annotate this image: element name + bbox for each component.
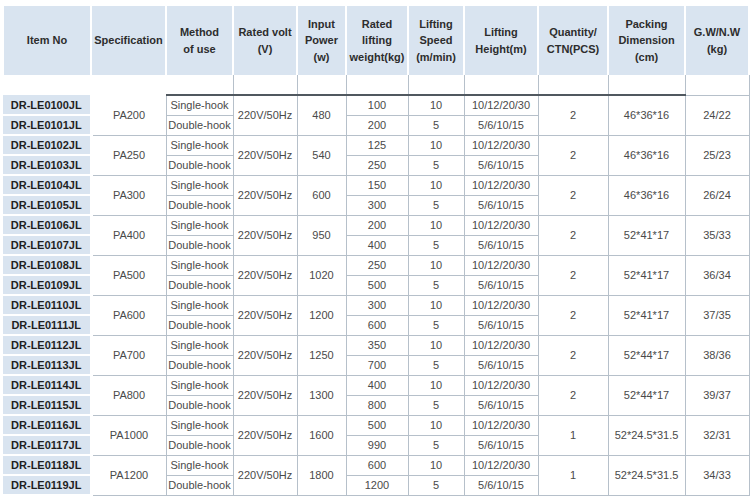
col-header-specification: Specification bbox=[91, 5, 166, 75]
item-no-cell: DR-LE0103JL bbox=[3, 155, 91, 175]
lifting-height-cell: 5/6/10/15 bbox=[464, 195, 538, 215]
rated-volt-cell: 220V/50Hz bbox=[233, 215, 297, 255]
lifting-height-cell: 10/12/20/30 bbox=[464, 455, 538, 475]
col-header-method-of-use: Method of use bbox=[166, 5, 233, 75]
packing-dimension-cell: 46*36*16 bbox=[608, 175, 685, 215]
lifting-speed-cell: 5 bbox=[408, 235, 464, 255]
lifting-weight-cell: 600 bbox=[346, 455, 408, 475]
packing-dimension-cell: 52*41*17 bbox=[608, 255, 685, 295]
item-no-cell: DR-LE0107JL bbox=[3, 235, 91, 255]
lifting-height-cell: 5/6/10/15 bbox=[464, 355, 538, 375]
lifting-speed-cell: 10 bbox=[408, 415, 464, 435]
quantity-ctn-cell: 2 bbox=[538, 255, 608, 295]
quantity-ctn-cell: 2 bbox=[538, 335, 608, 375]
lifting-speed-cell: 5 bbox=[408, 395, 464, 415]
method-of-use-cell: Double-hook bbox=[166, 355, 233, 375]
item-no-cell: DR-LE0118JL bbox=[3, 455, 91, 475]
method-of-use-cell: Double-hook bbox=[166, 395, 233, 415]
method-of-use-cell: Double-hook bbox=[166, 435, 233, 455]
gw-nw-cell: 36/34 bbox=[685, 255, 749, 295]
lifting-weight-cell: 400 bbox=[346, 375, 408, 395]
lifting-weight-cell: 500 bbox=[346, 415, 408, 435]
lifting-speed-cell: 10 bbox=[408, 255, 464, 275]
packing-dimension-cell: 52*41*17 bbox=[608, 295, 685, 335]
quantity-ctn-cell: 2 bbox=[538, 215, 608, 255]
packing-dimension-cell: 52*24.5*31.5 bbox=[608, 415, 685, 455]
specification-cell: PA1200 bbox=[91, 455, 166, 495]
item-no-cell: DR-LE0102JL bbox=[3, 135, 91, 155]
header-spacer-cell bbox=[166, 75, 233, 95]
lifting-weight-cell: 200 bbox=[346, 115, 408, 135]
lifting-speed-cell: 5 bbox=[408, 355, 464, 375]
lifting-speed-cell: 10 bbox=[408, 375, 464, 395]
lifting-height-cell: 5/6/10/15 bbox=[464, 435, 538, 455]
lifting-height-cell: 10/12/20/30 bbox=[464, 295, 538, 315]
lifting-speed-cell: 10 bbox=[408, 175, 464, 195]
table-row: DR-LE0106JLPA400Single-hook220V/50Hz9502… bbox=[3, 215, 749, 235]
header-spacer-cell bbox=[685, 75, 749, 95]
header-spacer-cell bbox=[233, 75, 297, 95]
lifting-height-cell: 5/6/10/15 bbox=[464, 155, 538, 175]
rated-volt-cell: 220V/50Hz bbox=[233, 255, 297, 295]
method-of-use-cell: Single-hook bbox=[166, 415, 233, 435]
quantity-ctn-cell: 1 bbox=[538, 455, 608, 495]
col-header-lifting-speed: Lifting Speed (m/min) bbox=[408, 5, 464, 75]
item-no-cell: DR-LE0105JL bbox=[3, 195, 91, 215]
rated-volt-cell: 220V/50Hz bbox=[233, 335, 297, 375]
input-power-cell: 1600 bbox=[297, 415, 346, 455]
method-of-use-cell: Single-hook bbox=[166, 135, 233, 155]
lifting-weight-cell: 1200 bbox=[346, 475, 408, 495]
lifting-speed-cell: 10 bbox=[408, 295, 464, 315]
header-spacer-cell bbox=[91, 75, 166, 95]
item-no-cell: DR-LE0119JL bbox=[3, 475, 91, 495]
item-no-cell: DR-LE0106JL bbox=[3, 215, 91, 235]
rated-volt-cell: 220V/50Hz bbox=[233, 415, 297, 455]
method-of-use-cell: Double-hook bbox=[166, 275, 233, 295]
header-spacer-cell bbox=[408, 75, 464, 95]
method-of-use-cell: Double-hook bbox=[166, 475, 233, 495]
specification-cell: PA800 bbox=[91, 375, 166, 415]
col-header-lifting-height: Lifting Height(m) bbox=[464, 5, 538, 75]
item-no-cell: DR-LE0100JL bbox=[3, 95, 91, 115]
lifting-weight-cell: 400 bbox=[346, 235, 408, 255]
lifting-speed-cell: 10 bbox=[408, 335, 464, 355]
item-no-cell: DR-LE0109JL bbox=[3, 275, 91, 295]
header-spacer-cell bbox=[346, 75, 408, 95]
lifting-speed-cell: 5 bbox=[408, 195, 464, 215]
lifting-height-cell: 10/12/20/30 bbox=[464, 335, 538, 355]
lifting-height-cell: 5/6/10/15 bbox=[464, 395, 538, 415]
rated-volt-cell: 220V/50Hz bbox=[233, 295, 297, 335]
lifting-height-cell: 5/6/10/15 bbox=[464, 235, 538, 255]
lifting-weight-cell: 700 bbox=[346, 355, 408, 375]
lifting-weight-cell: 300 bbox=[346, 195, 408, 215]
method-of-use-cell: Single-hook bbox=[166, 175, 233, 195]
method-of-use-cell: Double-hook bbox=[166, 115, 233, 135]
lifting-speed-cell: 5 bbox=[408, 275, 464, 295]
header-spacer-cell bbox=[464, 75, 538, 95]
lifting-height-cell: 10/12/20/30 bbox=[464, 95, 538, 115]
table-row: DR-LE0110JLPA600Single-hook220V/50Hz1200… bbox=[3, 295, 749, 315]
header-spacer-cell bbox=[297, 75, 346, 95]
gw-nw-cell: 37/35 bbox=[685, 295, 749, 335]
item-no-cell: DR-LE0101JL bbox=[3, 115, 91, 135]
input-power-cell: 540 bbox=[297, 135, 346, 175]
header-spacer-row bbox=[3, 75, 749, 95]
table-row: DR-LE0116JLPA1000Single-hook220V/50Hz160… bbox=[3, 415, 749, 435]
packing-dimension-cell: 52*41*17 bbox=[608, 215, 685, 255]
method-of-use-cell: Double-hook bbox=[166, 155, 233, 175]
method-of-use-cell: Double-hook bbox=[166, 235, 233, 255]
gw-nw-cell: 38/36 bbox=[685, 335, 749, 375]
lifting-weight-cell: 800 bbox=[346, 395, 408, 415]
lifting-speed-cell: 5 bbox=[408, 315, 464, 335]
header-spacer-cell bbox=[538, 75, 608, 95]
lifting-weight-cell: 990 bbox=[346, 435, 408, 455]
lifting-weight-cell: 350 bbox=[346, 335, 408, 355]
table-row: DR-LE0104JLPA300Single-hook220V/50Hz6001… bbox=[3, 175, 749, 195]
lifting-weight-cell: 500 bbox=[346, 275, 408, 295]
input-power-cell: 480 bbox=[297, 95, 346, 135]
lifting-height-cell: 5/6/10/15 bbox=[464, 275, 538, 295]
input-power-cell: 1300 bbox=[297, 375, 346, 415]
item-no-cell: DR-LE0114JL bbox=[3, 375, 91, 395]
table-row: DR-LE0118JLPA1200Single-hook220V/50Hz180… bbox=[3, 455, 749, 475]
table-row: DR-LE0108JLPA500Single-hook220V/50Hz1020… bbox=[3, 255, 749, 275]
